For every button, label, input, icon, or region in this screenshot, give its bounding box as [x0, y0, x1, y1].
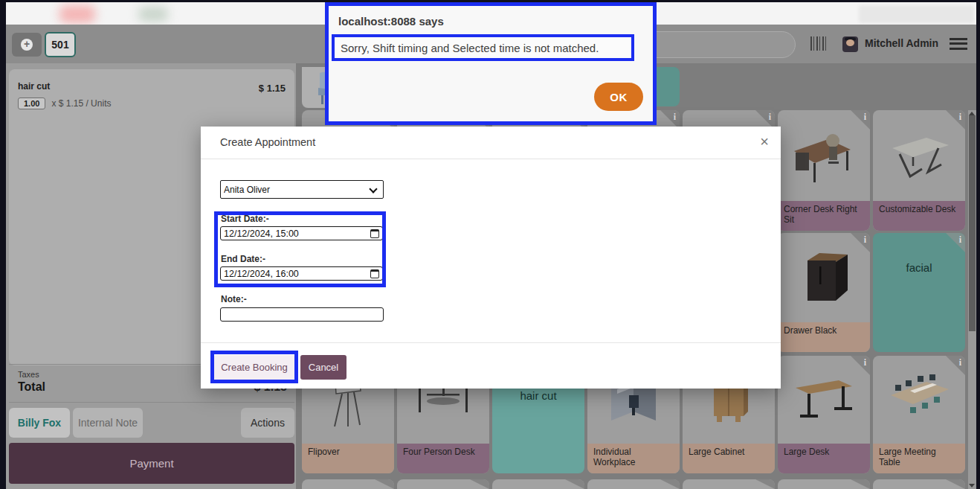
product-card-partial[interactable]: [683, 479, 775, 489]
info-icon[interactable]: [946, 356, 965, 375]
product-card-partial[interactable]: [873, 479, 965, 489]
blurred-tab: [138, 7, 168, 22]
create-booking-button[interactable]: Create Booking: [214, 355, 294, 380]
product-name: Individual Workplace: [587, 444, 680, 473]
start-date-input[interactable]: [220, 226, 383, 240]
product-name: Customizable Desk: [873, 201, 965, 231]
product-name: Large Desk: [778, 444, 870, 473]
modal-header: Create Appointment ×: [201, 127, 781, 159]
scrollbar-thumb[interactable]: [969, 115, 976, 331]
blurred-favicon: [59, 5, 95, 23]
info-icon[interactable]: [851, 356, 870, 375]
product-card-partial[interactable]: [302, 479, 394, 489]
note-label: Note:-: [221, 294, 247, 304]
info-icon[interactable]: [946, 110, 965, 130]
product-card[interactable]: Large Desk i: [778, 356, 870, 473]
create-appointment-modal: Create Appointment × Anita Oliver Start …: [201, 127, 781, 389]
product-card-partial[interactable]: [587, 479, 680, 489]
product-name: hair cut: [492, 389, 584, 402]
taxes-label: Taxes: [18, 370, 39, 379]
order-line[interactable]: hair cut $ 1.15 1.00 x $ 1.15 / Units: [18, 81, 286, 109]
alert-title: localhost:8088 says: [338, 15, 444, 28]
modal-title: Create Appointment: [220, 136, 315, 148]
add-order-button[interactable]: +: [12, 33, 42, 57]
modal-footer: Create Booking Cancel: [201, 342, 781, 389]
product-card[interactable]: Large Meeting Table i: [873, 356, 965, 473]
scroll-down-icon[interactable]: [969, 484, 975, 488]
alert-ok-button[interactable]: OK: [594, 83, 643, 111]
info-icon[interactable]: [946, 233, 965, 252]
barcode-icon[interactable]: [810, 36, 828, 51]
customer-button[interactable]: Billy Fox: [9, 408, 70, 438]
close-icon[interactable]: ×: [760, 133, 769, 150]
cancel-button[interactable]: Cancel: [300, 355, 346, 380]
alert-message: Sorry, Shift timing and Selected time is…: [335, 42, 599, 54]
info-icon[interactable]: [851, 110, 870, 130]
product-card[interactable]: facial i: [873, 233, 965, 352]
product-name: Four Person Desk: [397, 444, 489, 473]
product-name: Large Meeting Table: [873, 444, 965, 473]
total-label: Total: [18, 380, 45, 394]
info-icon[interactable]: [851, 233, 870, 252]
product-name: Flipover: [302, 444, 394, 473]
user-name[interactable]: Mitchell Admin: [865, 37, 938, 49]
note-input[interactable]: [220, 307, 384, 322]
product-card-partial[interactable]: [778, 479, 870, 489]
hamburger-icon[interactable]: [950, 38, 967, 50]
order-item-price: $ 1.15: [259, 83, 286, 94]
product-card[interactable]: Customizable Desk i: [873, 110, 965, 231]
avatar[interactable]: [842, 36, 858, 52]
payment-button[interactable]: Payment: [9, 443, 294, 484]
end-date-label: End Date:-: [221, 254, 265, 264]
end-date-input[interactable]: [220, 266, 383, 281]
product-name: facial: [873, 261, 965, 274]
order-item-name: hair cut: [18, 81, 286, 92]
product-name: Large Cabinet: [683, 444, 775, 473]
product-name: Drawer Black: [778, 322, 870, 352]
order-item-unit-price: x $ 1.15 / Units: [51, 98, 111, 109]
appointment-customer-select[interactable]: Anita Oliver: [220, 180, 384, 199]
order-number-tab[interactable]: 501: [45, 32, 76, 57]
plus-icon: +: [21, 39, 33, 51]
browser-alert-dialog: localhost:8088 says Sorry, Shift timing …: [325, 2, 657, 125]
annotation-box-alert-message: Sorry, Shift timing and Selected time is…: [332, 34, 634, 61]
start-date-label: Start Date:-: [221, 214, 269, 224]
blurred-toolbar-controls: [859, 5, 974, 23]
products-scrollbar[interactable]: [968, 110, 976, 489]
product-card-partial[interactable]: [492, 479, 584, 489]
order-item-qty: 1.00: [18, 98, 45, 109]
product-name: Corner Desk Right Sit: [778, 201, 870, 231]
internal-note-button[interactable]: Internal Note: [73, 408, 143, 438]
product-card[interactable]: Drawer Black i: [778, 233, 870, 352]
product-card-partial[interactable]: [397, 479, 489, 489]
product-card[interactable]: Corner Desk Right Sit i: [778, 110, 870, 231]
actions-button[interactable]: Actions: [241, 408, 294, 438]
